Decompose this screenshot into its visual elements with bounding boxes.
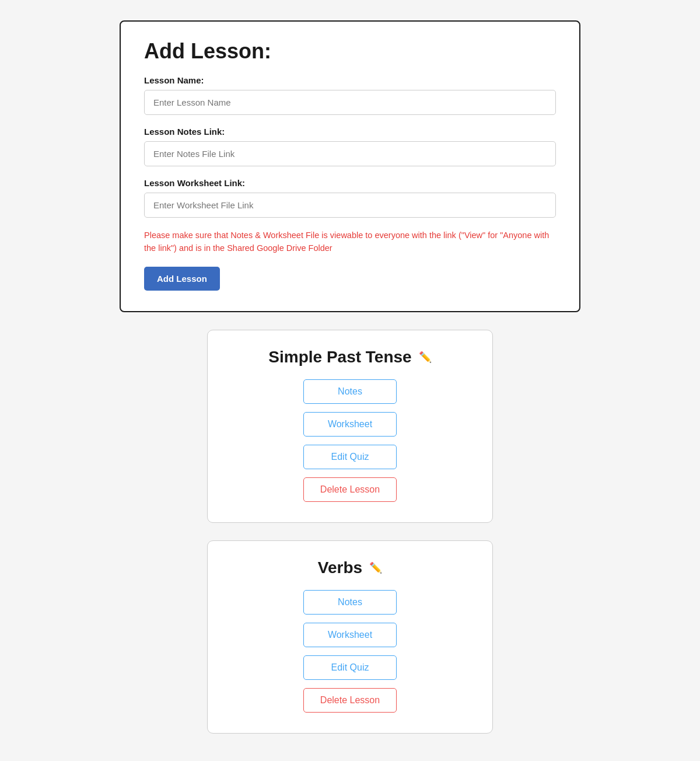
add-lesson-button[interactable]: Add Lesson [144, 267, 220, 291]
lesson-title-row: Verbs ✏️ [318, 558, 382, 577]
lesson-card-1: Verbs ✏️ Notes Worksheet Edit Quiz Delet… [207, 540, 493, 734]
lesson-title: Verbs [318, 558, 362, 577]
lesson-name-input[interactable] [144, 90, 556, 115]
lesson-title: Simple Past Tense [268, 348, 411, 366]
notes-button[interactable]: Notes [303, 590, 397, 615]
lesson-card-0: Simple Past Tense ✏️ Notes Worksheet Edi… [207, 330, 493, 523]
lesson-worksheet-label: Lesson Worksheet Link: [144, 178, 556, 188]
lesson-worksheet-field-group: Lesson Worksheet Link: [144, 178, 556, 218]
lesson-name-label: Lesson Name: [144, 75, 556, 85]
edit-quiz-button[interactable]: Edit Quiz [303, 445, 397, 469]
worksheet-button[interactable]: Worksheet [303, 412, 397, 437]
add-lesson-card: Add Lesson: Lesson Name: Lesson Notes Li… [120, 20, 580, 312]
warning-text: Please make sure that Notes & Worksheet … [144, 229, 556, 255]
lesson-notes-input[interactable] [144, 141, 556, 166]
lesson-title-row: Simple Past Tense ✏️ [268, 348, 431, 366]
edit-pencil-icon[interactable]: ✏️ [419, 351, 432, 364]
lesson-name-field-group: Lesson Name: [144, 75, 556, 115]
add-lesson-title: Add Lesson: [144, 39, 556, 64]
notes-button[interactable]: Notes [303, 379, 397, 404]
delete-lesson-button[interactable]: Delete Lesson [303, 477, 397, 502]
lesson-worksheet-input[interactable] [144, 193, 556, 218]
worksheet-button[interactable]: Worksheet [303, 623, 397, 647]
lesson-notes-label: Lesson Notes Link: [144, 127, 556, 137]
lessons-container: Simple Past Tense ✏️ Notes Worksheet Edi… [12, 330, 688, 734]
edit-quiz-button[interactable]: Edit Quiz [303, 655, 397, 680]
delete-lesson-button[interactable]: Delete Lesson [303, 688, 397, 713]
edit-pencil-icon[interactable]: ✏️ [369, 561, 382, 574]
lesson-notes-field-group: Lesson Notes Link: [144, 127, 556, 166]
